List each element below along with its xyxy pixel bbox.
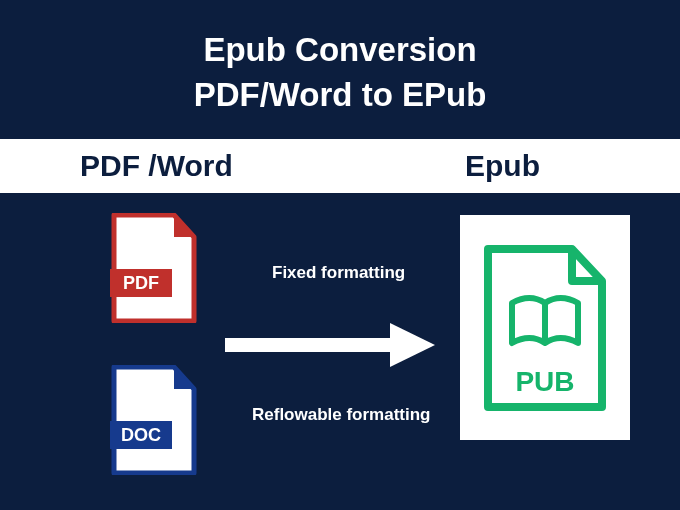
column-header-band: PDF /Word Epub [0, 139, 680, 193]
epub-label-text: PUB [515, 366, 574, 397]
pdf-file-icon: PDF [110, 213, 198, 323]
title-line1: Epub Conversion [0, 28, 680, 73]
label-reflowable-formatting: Reflowable formatting [252, 405, 431, 425]
doc-file-icon: DOC [110, 365, 198, 475]
band-label-right: Epub [465, 149, 540, 183]
diagram-content: PDF DOC Fixed formatting Reflowable form… [0, 193, 680, 510]
title-line2: PDF/Word to EPub [0, 73, 680, 118]
header: Epub Conversion PDF/Word to EPub [0, 0, 680, 139]
label-fixed-formatting: Fixed formatting [272, 263, 405, 283]
svg-rect-2 [225, 338, 395, 352]
doc-label-text: DOC [121, 425, 161, 445]
arrow-icon [225, 323, 435, 367]
epub-file-icon: PUB [460, 215, 630, 440]
pdf-label-text: PDF [123, 273, 159, 293]
band-label-left: PDF /Word [80, 149, 340, 183]
